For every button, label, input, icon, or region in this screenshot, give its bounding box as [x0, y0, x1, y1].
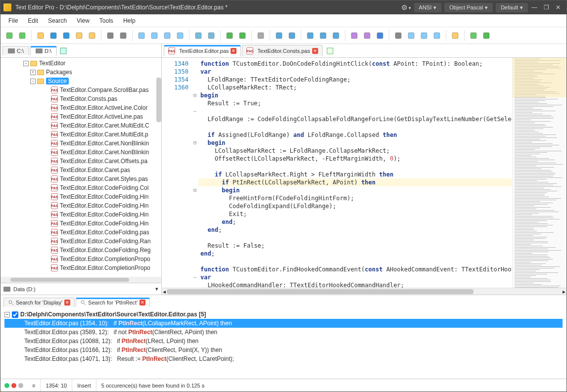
directory-tree[interactable]: −TextEditor+Packages−SourcePASTextEditor…: [0, 58, 161, 277]
close-icon[interactable]: ✕: [64, 300, 70, 305]
code-line[interactable]: LCollapseMarkRect := LFoldRange.Collapse…: [198, 147, 512, 155]
drive-tab[interactable]: D:\: [30, 46, 57, 55]
code-line[interactable]: LFoldRange: TTextEditorCodeFoldingRange;: [198, 76, 512, 84]
code-line[interactable]: var: [198, 273, 512, 281]
code-line[interactable]: end;: [198, 218, 512, 226]
search-result-row[interactable]: TextEditor.Editor.pas (3589, 12): if not…: [4, 328, 563, 337]
open-folder-alt-button[interactable]: [86, 30, 98, 42]
fold-marker[interactable]: [191, 123, 198, 131]
refresh-button[interactable]: [58, 45, 69, 56]
tree-item[interactable]: PASTextEditor.Editor.CodeFolding.Hin: [0, 201, 161, 210]
search-result-row[interactable]: TextEditor.Editor.pas (10088, 12): if Pt…: [4, 337, 563, 346]
code-line[interactable]: [198, 234, 512, 242]
search-result-file[interactable]: − D:\Delphi\Components\TextEditor\Source…: [4, 310, 563, 319]
bookmark-list-button[interactable]: [361, 30, 373, 42]
fold-column[interactable]: ⊟–⊟⊟–: [191, 58, 198, 288]
fold-marker[interactable]: [191, 210, 198, 218]
menu-search[interactable]: Search: [43, 15, 72, 26]
tree-item[interactable]: PASTextEditor.Editor.CodeFolding.Hin: [0, 192, 161, 201]
window-2-button[interactable]: [418, 30, 430, 42]
code-line[interactable]: [198, 163, 512, 171]
paragraph-button[interactable]: [374, 30, 386, 42]
tree-item[interactable]: PASTextEditor.Editor.CodeFolding.Hin: [0, 210, 161, 219]
tree-item[interactable]: PASTextEditor.Editor.CodeFolding.pas: [0, 228, 161, 237]
code-line[interactable]: if PtInRect(LCollapseMarkRect, APoint) t…: [198, 178, 512, 186]
tree-item[interactable]: PASTextEditor.Editor.Caret.MultiEdit.p: [0, 130, 161, 139]
maximize-button[interactable]: ❐: [541, 3, 552, 12]
fold-marker[interactable]: [191, 76, 198, 84]
close-icon[interactable]: ✕: [140, 300, 145, 305]
gear-icon[interactable]: ⚙: [401, 3, 408, 11]
search-result-row[interactable]: TextEditor.Editor.pas (10166, 12): if Pt…: [4, 346, 563, 354]
code-line[interactable]: FreeHintForm(FCodeFoldingHintForm);: [198, 194, 512, 202]
theme-dropdown[interactable]: Default▾: [496, 3, 528, 12]
new-file-plus-button[interactable]: [16, 30, 28, 42]
sort-asc-button[interactable]: [224, 30, 236, 42]
tree-item[interactable]: PASTextEditor.Editor.CompletionPropo: [0, 263, 161, 272]
fold-marker[interactable]: [191, 250, 198, 258]
fold-marker[interactable]: ⊟: [191, 91, 198, 99]
fold-marker[interactable]: [191, 178, 198, 186]
close-button[interactable]: ✕: [553, 3, 564, 12]
minimap-viewport[interactable]: [513, 58, 567, 97]
minimize-button[interactable]: —: [529, 3, 540, 12]
tree-hscroll[interactable]: [0, 277, 161, 283]
fold-marker[interactable]: [191, 258, 198, 265]
fold-marker[interactable]: [191, 99, 198, 107]
code-line[interactable]: function TCustomEditor.DoOnCodeFoldingHi…: [198, 60, 512, 68]
menu-view[interactable]: View: [72, 15, 94, 26]
fold-marker[interactable]: [191, 194, 198, 202]
tree-item[interactable]: PASTextEditor.Editor.CodeFolding.Hin: [0, 219, 161, 228]
compare-1-button[interactable]: [136, 30, 147, 42]
fold-marker[interactable]: [191, 155, 198, 163]
language-dropdown[interactable]: Object Pascal▾: [444, 3, 493, 12]
search-tab[interactable]: Search for 'Display'✕: [3, 298, 75, 307]
status-dot-stop[interactable]: [18, 383, 23, 388]
code-line[interactable]: end;: [198, 250, 512, 258]
fold-marker[interactable]: –: [191, 273, 198, 281]
char-map-button[interactable]: [449, 30, 461, 42]
undo-button[interactable]: [273, 30, 285, 42]
fold-marker[interactable]: [191, 281, 198, 288]
fold-marker[interactable]: –: [191, 107, 198, 115]
compare-4-button[interactable]: [174, 30, 186, 42]
compare-3-button[interactable]: [161, 30, 173, 42]
fold-marker[interactable]: [191, 171, 198, 178]
code-line[interactable]: OffsetRect(LCollapseMarkRect, -FLeftMarg…: [198, 155, 512, 163]
new-tab-button[interactable]: [324, 45, 336, 56]
save-button[interactable]: [47, 30, 59, 42]
fold-marker[interactable]: [191, 115, 198, 123]
code-line[interactable]: begin: [198, 186, 512, 194]
drive-tab[interactable]: C:\: [2, 46, 29, 55]
fold-marker[interactable]: ⊟: [191, 186, 198, 194]
note-button[interactable]: [468, 30, 479, 42]
tree-item[interactable]: PASTextEditor.Editor.ActiveLine.pas: [0, 112, 161, 121]
tree-scrollbar[interactable]: [156, 78, 161, 122]
code-line[interactable]: LCollapseMarkRect: TRect;: [198, 84, 512, 91]
code-line[interactable]: if Assigned(LFoldRange) and LFoldRange.C…: [198, 131, 512, 139]
code-line[interactable]: function TCustomEditor.FindHookedCommand…: [198, 265, 512, 273]
fold-marker[interactable]: [191, 242, 198, 250]
new-file-button[interactable]: [3, 30, 15, 42]
filter-button[interactable]: [255, 30, 267, 42]
status-dot-record[interactable]: [11, 383, 16, 388]
open-button[interactable]: [35, 30, 47, 42]
menu-file[interactable]: File: [3, 15, 23, 26]
encoding-dropdown[interactable]: ANSI▾: [414, 3, 442, 12]
outdent-button[interactable]: [205, 30, 217, 42]
search-tab[interactable]: Search for 'PtInRect'✕: [76, 298, 150, 307]
tree-item[interactable]: PASTextEditor.Editor.CompletionPropo: [0, 255, 161, 263]
tree-item[interactable]: PASTextEditor.Editor.Caret.NonBlinkin: [0, 148, 161, 157]
select-button[interactable]: [392, 30, 404, 42]
tree-item[interactable]: +Packages: [0, 68, 161, 77]
tree-item[interactable]: PASTextEditor.Editor.Caret.NonBlinkin: [0, 139, 161, 148]
tree-item[interactable]: PASTextEditor.Compare.ScrollBar.pas: [0, 86, 161, 94]
fold-marker[interactable]: [191, 68, 198, 76]
fold-marker[interactable]: [191, 218, 198, 226]
code-line[interactable]: LFoldRange := CodeFoldingCollapsableFold…: [198, 115, 512, 123]
sort-desc-button[interactable]: [236, 30, 248, 42]
print-preview-button[interactable]: [117, 30, 129, 42]
fold-marker[interactable]: [191, 60, 198, 68]
fold-marker[interactable]: [191, 163, 198, 171]
tree-item[interactable]: PASTextEditor.Editor.Caret.pas: [0, 166, 161, 174]
